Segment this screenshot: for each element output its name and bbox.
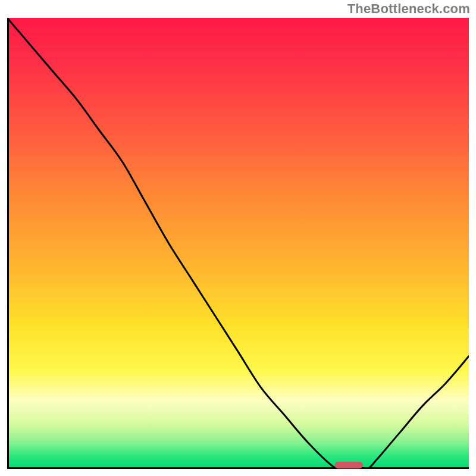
watermark-text: TheBottleneck.com (347, 1, 470, 17)
optimal-marker (335, 462, 363, 468)
chart-container: TheBottleneck.com (0, 0, 476, 476)
axis-border (8, 18, 469, 468)
plot-overlay (7, 18, 469, 469)
bottleneck-curve (7, 18, 469, 469)
plot-area (7, 18, 469, 469)
